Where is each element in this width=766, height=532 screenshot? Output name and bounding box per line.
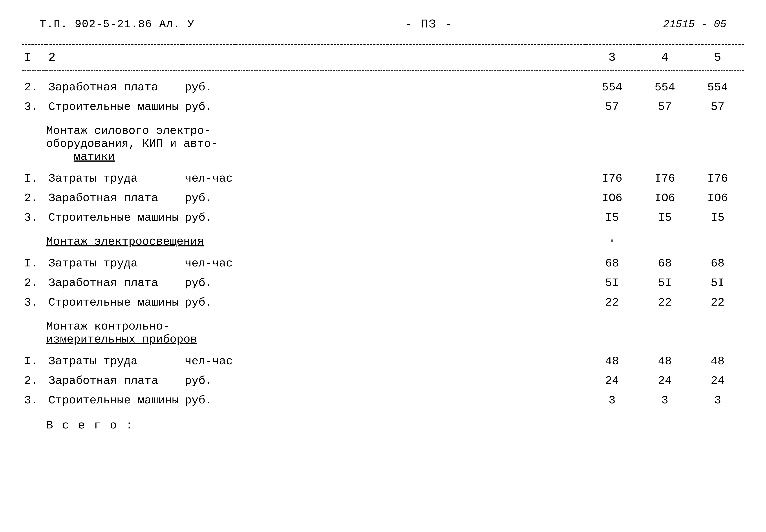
row-val-4: I5: [638, 208, 691, 228]
row-unit: чел-час: [182, 352, 235, 371]
col2-header: 2: [46, 45, 182, 70]
section-subtitle-text-3: Монтаж контрольно- измерительных приборо…: [46, 312, 586, 347]
row-label: Заработная плата: [46, 273, 182, 293]
col-spacer: [235, 45, 586, 70]
row-val-5: 3: [691, 391, 744, 410]
main-table: I 2 3 4 5 2. Заработная плата руб.: [22, 44, 744, 434]
section-subtitle-row: Монтаж силового электро- оборудования, К…: [22, 117, 744, 164]
row-val-5: 24: [691, 371, 744, 391]
row-val-3: 554: [586, 78, 638, 97]
row-val-4: 57: [638, 97, 691, 117]
row-spacer: [235, 352, 586, 371]
section-subtitle-row-3: Монтаж контрольно- измерительных приборо…: [22, 312, 744, 347]
row-val-4: 554: [638, 78, 691, 97]
row-unit: руб.: [182, 208, 235, 228]
col2b-header: [182, 45, 235, 70]
row-val-3: 5I: [586, 273, 638, 293]
table-row: 2. Заработная плата руб. 554 554 554: [22, 78, 744, 97]
row-val-5: 5I: [691, 273, 744, 293]
row-label: Затраты труда: [46, 254, 182, 273]
row-unit: руб.: [182, 273, 235, 293]
row-unit: руб.: [182, 78, 235, 97]
row-spacer: [235, 78, 586, 97]
row-val-4: 24: [638, 371, 691, 391]
row-spacer: [235, 254, 586, 273]
table-row: 3. Строительные машины руб. I5 I5 I5: [22, 208, 744, 228]
row-unit: чел-час: [182, 254, 235, 273]
row-spacer: [235, 371, 586, 391]
section-subtitle-row-2: Монтаж электроосвещения •: [22, 228, 744, 249]
section-subtitle-text: Монтаж силового электро- оборудования, К…: [46, 117, 586, 164]
row-val-4: I76: [638, 169, 691, 188]
row-val-5: 554: [691, 78, 744, 97]
row-num: I.: [22, 169, 46, 188]
row-val-5: 68: [691, 254, 744, 273]
row-num: 3.: [22, 97, 46, 117]
row-val-3: IO6: [586, 188, 638, 208]
section-subtitle-num: [22, 117, 46, 164]
section-subtitle-text-2: Монтаж электроосвещения: [46, 228, 586, 249]
row-num: 3.: [22, 391, 46, 410]
row-label: Строительные машины: [46, 97, 182, 117]
row-label: Заработная плата: [46, 78, 182, 97]
table-row: 2. Заработная плата руб. 5I 5I 5I: [22, 273, 744, 293]
table-row: 3. Строительные машины руб. 57 57 57: [22, 97, 744, 117]
row-label: Заработная плата: [46, 188, 182, 208]
row-val-5: IO6: [691, 188, 744, 208]
page: Т.П. 902-5-21.86 Ал. У - ПЗ - 21515 - 05…: [0, 0, 766, 532]
row-val-4: 68: [638, 254, 691, 273]
spacer-row: [22, 347, 744, 352]
col4-header: 4: [638, 45, 691, 70]
row-val-5: I76: [691, 169, 744, 188]
spacer-row: [22, 410, 744, 417]
table-row: I. Затраты труда чел-час I76 I76 I76: [22, 169, 744, 188]
header-spacer: [22, 71, 744, 78]
row-num: 2.: [22, 78, 46, 97]
row-unit: руб.: [182, 293, 235, 312]
row-num: 3.: [22, 208, 46, 228]
table-row: I. Затраты труда чел-час 48 48 48: [22, 352, 744, 371]
table-row: 2. Заработная плата руб. 24 24 24: [22, 371, 744, 391]
row-val-3: I5: [586, 208, 638, 228]
table-row: I. Затраты труда чел-час 68 68 68: [22, 254, 744, 273]
total-spacer: [22, 417, 46, 434]
row-spacer: [235, 208, 586, 228]
row-val-3: 3: [586, 391, 638, 410]
row-val-5: 57: [691, 97, 744, 117]
header-right: 21515 - 05: [663, 18, 726, 30]
row-val-4: 48: [638, 352, 691, 371]
row-num: 2.: [22, 371, 46, 391]
row-val-4: IO6: [638, 188, 691, 208]
row-label: Строительные машины: [46, 391, 182, 410]
row-unit: руб.: [182, 371, 235, 391]
total-label: В с е г о :: [46, 417, 586, 434]
row-val-3: I76: [586, 169, 638, 188]
row-spacer: [235, 273, 586, 293]
row-unit: руб.: [182, 97, 235, 117]
row-num: 2.: [22, 188, 46, 208]
row-spacer: [235, 97, 586, 117]
row-val-5: I5: [691, 208, 744, 228]
col1-header: I: [22, 45, 46, 70]
row-label: Затраты труда: [46, 352, 182, 371]
section-subtitle-num: [22, 312, 46, 347]
row-unit: руб.: [182, 188, 235, 208]
table-row: 2. Заработная плата руб. IO6 IO6 IO6: [22, 188, 744, 208]
row-label: Строительные машины: [46, 208, 182, 228]
row-label: Заработная плата: [46, 371, 182, 391]
table-row: 3. Строительные машины руб. 22 22 22: [22, 293, 744, 312]
row-label: Строительные машины: [46, 293, 182, 312]
row-num: 2.: [22, 273, 46, 293]
row-spacer: [235, 169, 586, 188]
row-spacer: [235, 188, 586, 208]
section-subtitle-num: [22, 228, 46, 249]
row-val-5: 22: [691, 293, 744, 312]
row-unit: руб.: [182, 391, 235, 410]
row-val-3: 24: [586, 371, 638, 391]
row-unit: чел-час: [182, 169, 235, 188]
column-headers: I 2 3 4 5: [22, 45, 744, 70]
row-spacer: [235, 293, 586, 312]
header: Т.П. 902-5-21.86 Ал. У - ПЗ - 21515 - 05: [22, 18, 744, 31]
row-num: 3.: [22, 293, 46, 312]
spacer-row: [22, 249, 744, 254]
